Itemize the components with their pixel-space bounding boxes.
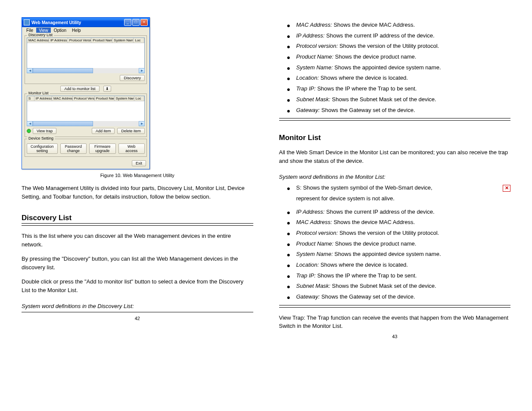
discovery-groupbox: Discovery List MAC Address IP Address Pr… — [25, 35, 147, 84]
divider — [279, 118, 511, 118]
discovery-header: MAC Address IP Address Protocol Version … — [27, 38, 144, 43]
list-item: MAC Address: Shows the device MAC Addres… — [287, 20, 511, 31]
col-mac2: MAC Address — [52, 96, 73, 101]
list-item: Gateway: Shows the Gateway set of the de… — [287, 105, 511, 116]
view-trap-button[interactable]: View trap — [33, 128, 56, 134]
maximize-button[interactable]: □ — [132, 19, 140, 26]
divider — [279, 307, 511, 308]
list-item: Trap IP: Shows the IP where the Trap to … — [287, 271, 511, 281]
web-access-button[interactable]: Web access — [118, 143, 145, 154]
monitor-listview[interactable]: S IP Address MAC Address Protocol Versio… — [27, 96, 145, 121]
body-text: View Trap: The Trap function can receive… — [279, 314, 511, 330]
menu-help[interactable]: Help — [69, 28, 84, 33]
list-item: Protocol version: Shows the version of t… — [287, 228, 511, 239]
col-system2: System Name — [115, 96, 134, 101]
sub-heading: System word definitions in the Monitor L… — [279, 174, 511, 180]
scroll-right-icon[interactable]: ▶ — [139, 68, 145, 73]
device-setting-groupbox: Device Setting Configuration setting Pas… — [25, 139, 147, 157]
col-ip2: IP Address — [34, 96, 52, 101]
divider — [279, 120, 511, 121]
close-button[interactable]: × — [140, 19, 148, 26]
col-product: Product Name — [91, 38, 112, 43]
exit-button[interactable]: Exit — [132, 160, 146, 166]
status-dot-icon — [27, 129, 31, 133]
col-loc: Loc — [134, 38, 144, 43]
col-mac: MAC Address — [27, 38, 49, 43]
body-text: This is the list where you can discover … — [22, 232, 253, 249]
col-s: S — [27, 96, 34, 101]
body-text: All the Web Smart Device in the Monitor … — [279, 148, 511, 165]
monitor-header: S IP Address MAC Address Protocol Versio… — [27, 96, 144, 101]
window-title: Web Management Utility — [31, 20, 124, 25]
config-setting-button[interactable]: Configuration setting — [27, 143, 58, 154]
list-item: IP Address: Shows the current IP address… — [287, 31, 511, 41]
col-system: System Name — [112, 38, 134, 43]
list-item: Gateway: Shows the Gateway set of the de… — [287, 292, 511, 302]
firmware-upgrade-button[interactable]: Firmware upgrade — [89, 143, 115, 154]
list-item: MAC Address: Shows the device MAC Addres… — [287, 217, 511, 228]
titlebar: Web Management Utility _ □ × — [22, 18, 149, 27]
app-window: Web Management Utility _ □ × File View O… — [22, 17, 150, 169]
scroll-thumb[interactable] — [33, 121, 93, 126]
divider — [22, 225, 253, 226]
list-item: System Name: Shows the appointed device … — [287, 249, 511, 260]
bullet-list: S: Shows the system symbol of the Web-Sm… — [279, 183, 511, 204]
divider — [22, 312, 253, 312]
divider — [22, 223, 253, 224]
add-item-button[interactable]: Add item — [92, 128, 115, 134]
list-item: Product Name: Shows the device product n… — [287, 52, 511, 62]
missing-image-icon: ✕ — [503, 185, 510, 192]
monitor-label: Monitor List — [27, 91, 50, 95]
body-text: The Web Management Utility is divided in… — [22, 184, 253, 201]
col-product2: Product Name — [95, 96, 115, 101]
delete-item-button[interactable]: Delete item — [117, 128, 145, 134]
scroll-left-icon[interactable]: ◀ — [27, 121, 33, 126]
monitor-groupbox: Monitor List S IP Address MAC Address Pr… — [25, 93, 147, 137]
list-item: Subnet Mask: Shows the Subnet Mask set o… — [287, 281, 511, 292]
minimize-button[interactable]: _ — [124, 19, 131, 26]
bullet-list: MAC Address: Shows the device MAC Addres… — [279, 20, 511, 115]
discovery-button[interactable]: Discovery — [120, 75, 145, 81]
scroll-thumb[interactable] — [33, 68, 93, 73]
list-item: Protocol version: Shows the version of t… — [287, 41, 511, 52]
col-proto2: Protocol Version — [73, 96, 95, 101]
scroll-left-icon[interactable]: ◀ — [27, 68, 33, 73]
scroll-right-icon[interactable]: ▶ — [139, 121, 145, 126]
sub-heading: System word definitions in the Discovery… — [22, 303, 253, 309]
list-item: Location: Shows where the device is loca… — [287, 260, 511, 271]
discovery-label: Discovery List — [27, 33, 54, 37]
bullet-text: S: Shows the system symbol of the Web-Sm… — [296, 183, 432, 193]
list-item: Subnet Mask: Shows the Subnet Mask set o… — [287, 94, 511, 105]
list-item: Trap IP: Shows the IP where the Trap to … — [287, 84, 511, 94]
bullet-list: IP Address: Shows the current IP address… — [279, 207, 511, 302]
col-ip: IP Address — [49, 38, 68, 43]
monitor-list-title: Monitor List — [279, 134, 511, 142]
discovery-list-title: Discovery List — [22, 214, 253, 222]
device-setting-label: Device Setting — [27, 136, 55, 140]
body-text: By pressing the "Discovery" button, you … — [22, 255, 253, 271]
figure-label: Figure 10. Web Management Utility — [22, 173, 253, 178]
bullet-text: represent for device system is not alive… — [296, 195, 395, 202]
list-item: Location: Shows where the device is loca… — [287, 73, 511, 84]
col-proto: Protocol Version — [68, 38, 91, 43]
add-to-monitor-button[interactable]: Add to monitor list — [60, 86, 99, 92]
monitor-scrollbar[interactable]: ◀ ▶ — [27, 121, 145, 126]
password-change-button[interactable]: Password change — [60, 143, 87, 154]
list-item: S: Shows the system symbol of the Web-Sm… — [287, 183, 511, 204]
list-item: Product Name: Shows the device product n… — [287, 239, 511, 249]
arrow-down-button[interactable]: ⬇ — [103, 86, 111, 92]
discovery-listview[interactable]: MAC Address IP Address Protocol Version … — [27, 37, 145, 68]
col-loc2: Loc — [134, 96, 144, 101]
app-icon — [24, 19, 30, 25]
body-text: Double click or press the "Add to monito… — [22, 277, 253, 294]
discovery-scrollbar[interactable]: ◀ ▶ — [27, 68, 145, 73]
page-number: 42 — [22, 316, 253, 321]
list-item: System Name: Shows the appointed device … — [287, 62, 511, 73]
page-number: 43 — [279, 334, 511, 339]
list-item: IP Address: Shows the current IP address… — [287, 207, 511, 218]
divider — [279, 305, 511, 305]
